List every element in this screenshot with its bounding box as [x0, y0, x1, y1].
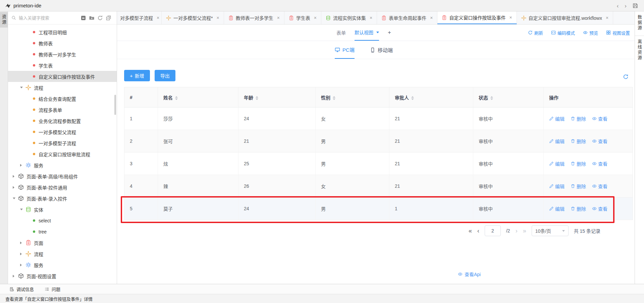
tree-item-selected[interactable]: 自定义窗口操作按钮及事件 — [8, 71, 117, 82]
chevron-right-icon[interactable] — [20, 264, 25, 266]
table-row[interactable]: 4辣26女21审核中 编辑删除查看 — [124, 175, 633, 198]
tree-item[interactable]: 页面-表单-录入控件 — [8, 193, 117, 204]
close-icon[interactable]: × — [157, 15, 159, 20]
save-icon[interactable] — [633, 3, 638, 8]
collapse-all-icon[interactable] — [106, 15, 111, 21]
tree-item[interactable]: 一对多模型子流程 — [8, 137, 117, 148]
nav-forward-icon[interactable]: › — [625, 3, 627, 9]
tree-item[interactable]: tree — [8, 226, 117, 237]
doc-tab[interactable]: 教师表一对多学生× — [224, 11, 284, 24]
edit-link[interactable]: 编辑 — [549, 138, 565, 144]
tree-item[interactable]: 工程项目明细 — [8, 27, 117, 38]
sort-icon[interactable] — [333, 96, 335, 100]
tree-item[interactable]: 一对多模型父流程 — [8, 126, 117, 137]
table-row[interactable]: 3炫25男21审核中 编辑删除查看 — [124, 153, 633, 175]
edit-link[interactable]: 编辑 — [549, 183, 565, 189]
view-link[interactable]: 查看 — [592, 115, 607, 122]
locate-resource-icon[interactable] — [80, 15, 86, 21]
search-input[interactable] — [19, 15, 78, 20]
code-mode-button[interactable]: 编码模式 — [551, 30, 575, 36]
refresh-button[interactable]: 刷新 — [528, 30, 543, 36]
export-button[interactable]: 导出 — [155, 70, 175, 81]
col-header-gender[interactable]: 性别 — [316, 87, 389, 107]
tab-mobile[interactable]: 移动端 — [370, 41, 393, 59]
tree-item[interactable]: 实体 — [8, 204, 117, 215]
sort-icon[interactable] — [411, 96, 414, 100]
col-header-status[interactable]: 状态 — [473, 87, 544, 107]
view-selector[interactable]: 默认视图 — [355, 25, 379, 41]
view-link[interactable]: 查看 — [592, 205, 607, 212]
edit-link[interactable]: 编辑 — [549, 115, 565, 122]
close-icon[interactable]: × — [370, 15, 372, 20]
close-icon[interactable]: × — [314, 15, 317, 20]
view-link[interactable]: 查看 — [592, 138, 607, 144]
tree-item[interactable]: 学生表 — [8, 60, 117, 71]
close-icon[interactable]: × — [277, 15, 280, 20]
table-row[interactable]: 1莎莎24女21审核中 编辑删除查看 — [124, 107, 633, 130]
chevron-down-icon[interactable] — [13, 198, 18, 199]
col-header-age[interactable]: 年龄 — [238, 87, 316, 107]
chevron-down-icon[interactable] — [20, 87, 25, 88]
sort-icon[interactable] — [256, 96, 258, 100]
delete-link[interactable]: 删除 — [571, 205, 586, 212]
last-page-button[interactable]: » — [523, 228, 526, 234]
doc-tab-active[interactable]: 自定义窗口操作按钮及事件× — [437, 11, 517, 24]
close-icon[interactable]: × — [430, 15, 433, 20]
col-header-name[interactable]: 姓名 — [158, 87, 238, 107]
close-icon[interactable]: × — [216, 15, 219, 20]
chevron-right-icon[interactable] — [13, 275, 18, 277]
sidebar-scrollbar[interactable] — [114, 95, 116, 115]
tree-item[interactable]: 流程 — [8, 248, 117, 259]
delete-link[interactable]: 删除 — [571, 115, 586, 122]
close-icon[interactable]: × — [606, 15, 608, 20]
new-folder-icon[interactable] — [89, 15, 95, 21]
col-header-approver[interactable]: 审批人 — [389, 87, 473, 107]
doc-tab[interactable]: 自定义窗口按钮审批流程.workflowx× — [517, 11, 613, 24]
tree-item[interactable]: 结合业务查询配置 — [8, 93, 117, 104]
delete-link[interactable]: 删除 — [571, 160, 586, 167]
first-page-button[interactable]: « — [469, 228, 472, 234]
tree-item[interactable]: 服务 — [8, 160, 117, 171]
delete-link[interactable]: 删除 — [571, 138, 586, 144]
chevron-right-icon[interactable] — [13, 186, 18, 189]
doc-tab[interactable]: 一对多模型父流程*× — [162, 11, 224, 24]
rail-tab-offline-resources[interactable]: 离线资源 — [635, 36, 644, 66]
chevron-down-icon[interactable] — [20, 209, 25, 210]
nav-back-icon[interactable]: ‹ — [617, 3, 619, 9]
doc-tab[interactable]: 学生表× — [284, 11, 321, 24]
view-link[interactable]: 查看 — [592, 183, 607, 189]
edit-link[interactable]: 编辑 — [549, 205, 565, 212]
tree-item[interactable]: 流程 — [8, 82, 117, 93]
tab-pc[interactable]: PC端 — [335, 41, 355, 59]
tree-item[interactable]: 页面-表单-高级/布局组件 — [8, 171, 117, 182]
tree-item[interactable]: 页面-视图设置 — [8, 270, 117, 282]
tree-item[interactable]: 页面 — [8, 237, 117, 248]
doc-tab[interactable]: 对多模型子流程× — [117, 11, 162, 24]
doc-tab[interactable]: 流程实例实体集× — [321, 11, 377, 24]
debug-info-button[interactable]: 调试信息 — [9, 286, 34, 292]
tree-item[interactable]: 教师表 — [8, 38, 117, 49]
tree-item[interactable]: 流程多表单 — [8, 104, 117, 115]
tree-item[interactable]: 教师表一对多学生 — [8, 49, 117, 60]
problems-button[interactable]: 问题 — [45, 286, 60, 292]
table-row-highlighted[interactable]: 5莫子24男1审核中 编辑删除查看 — [124, 198, 633, 220]
add-view-button[interactable]: + — [388, 29, 391, 36]
refresh-tree-icon[interactable] — [97, 15, 103, 21]
doc-tab[interactable]: 表单生命周起事件× — [377, 11, 437, 24]
tree-item[interactable]: 服务 — [8, 259, 117, 270]
view-api-link[interactable]: 查看Api — [458, 271, 481, 277]
rail-tab-datasource[interactable]: 数据源 — [635, 11, 644, 36]
view-link[interactable]: 查看 — [592, 160, 607, 167]
sort-icon[interactable] — [490, 96, 493, 100]
chevron-right-icon[interactable] — [13, 175, 18, 178]
tree-item[interactable]: 页面-表单-控件通用 — [8, 182, 117, 193]
edit-link[interactable]: 编辑 — [549, 160, 565, 167]
view-settings-button[interactable]: 视图设置 — [606, 30, 630, 36]
chevron-right-icon[interactable] — [20, 164, 25, 167]
chevron-right-icon[interactable] — [20, 242, 25, 244]
preview-button[interactable]: 预览 — [583, 30, 598, 36]
prev-page-button[interactable]: ‹ — [477, 228, 479, 234]
table-refresh-icon[interactable] — [623, 74, 629, 80]
page-size-select[interactable]: 10条/页 — [532, 225, 569, 236]
sort-icon[interactable] — [175, 96, 178, 100]
